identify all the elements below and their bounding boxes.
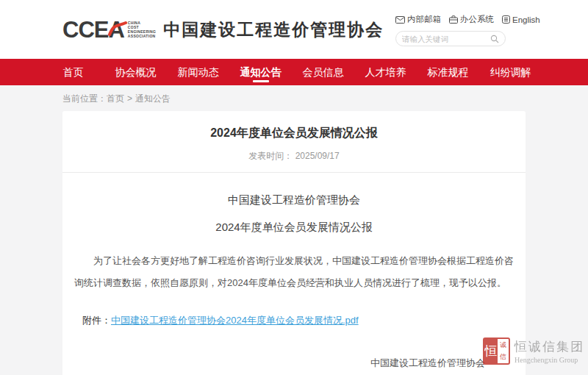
english-label: English (512, 15, 540, 24)
office-system-link[interactable]: 办公系统 (449, 14, 494, 25)
quick-links: 内部邮箱 办公系统 (395, 14, 507, 25)
site-header: CCEA CHINA COST ENGINEERING ASSOCIATION … (0, 0, 588, 59)
header-inner: CCEA CHINA COST ENGINEERING ASSOCIATION … (0, 0, 588, 59)
nav-item-home[interactable]: 首页 (42, 59, 104, 85)
hengchengxin-logo-icon: 恒 诚 信 (483, 338, 510, 365)
nav-item-news[interactable]: 新闻动态 (167, 59, 229, 85)
article-card: 2024年度单位会员发展情况公报 发表时间： 2025/09/17 中国建设工程… (62, 111, 526, 375)
active-tab-indicator (253, 80, 269, 82)
ccea-logo-subtext: CHINA COST ENGINEERING ASSOCIATION (128, 21, 156, 38)
document-org-title: 中国建设工程造价管理协会 (62, 193, 526, 207)
main-nav: 首页 协会概况 新闻动态 通知公告 会员信息 人才培养 标准规程 纠纷调解 (0, 59, 588, 85)
breadcrumb-current-link[interactable]: 通知公告 (135, 93, 171, 104)
watermark-logo-top-char: 诚 (498, 339, 509, 351)
mail-icon (395, 16, 405, 24)
signature-block: 中国建设工程造价管理协会 2025年9月17日 (62, 357, 526, 375)
article-publish-date: 发表时间： 2025/09/17 (62, 150, 526, 162)
english-link[interactable]: English (502, 15, 540, 24)
main-nav-inner: 首页 协会概况 新闻动态 通知公告 会员信息 人才培养 标准规程 纠纷调解 (42, 59, 588, 85)
breadcrumb-prefix: 当前位置： (62, 93, 107, 104)
page: CCEA CHINA COST ENGINEERING ASSOCIATION … (0, 0, 588, 375)
watermark-text: 恒诚信集团 Hengchengxin Group (514, 338, 584, 364)
nav-item-standards[interactable]: 标准规程 (417, 59, 479, 85)
site-title: 中国建设工程造价管理协会 (163, 18, 384, 41)
ccea-logo-mark: CCEA (62, 18, 124, 41)
nav-item-notices-label: 通知公告 (240, 66, 282, 78)
signature-organization: 中国建设工程造价管理协会 (370, 357, 485, 370)
nav-item-disputes[interactable]: 纠纷调解 (479, 59, 542, 85)
signature-inner: 中国建设工程造价管理协会 2025年9月17日 (370, 357, 485, 375)
logo-sub-line: ASSOCIATION (128, 34, 156, 38)
logo-swoosh-icon (108, 21, 127, 37)
attachment-row: 附件：中国建设工程造价管理协会2024年度单位会员发展情况.pdf (82, 314, 526, 327)
breadcrumb-separator: > (127, 93, 132, 104)
watermark-name-cn: 恒诚信集团 (514, 338, 584, 355)
nav-item-training[interactable]: 人才培养 (354, 59, 417, 85)
globe-icon (502, 15, 510, 24)
nav-item-notices[interactable]: 通知公告 (229, 59, 292, 85)
briefcase-icon (449, 15, 458, 24)
office-system-label: 办公系统 (460, 14, 494, 25)
hengchengxin-watermark: 恒 诚 信 恒诚信集团 Hengchengxin Group (483, 338, 584, 365)
nav-item-members[interactable]: 会员信息 (292, 59, 354, 85)
article-title: 2024年度单位会员发展情况公报 (62, 111, 526, 141)
watermark-logo-bottom-char: 信 (498, 351, 509, 364)
ccea-logo[interactable]: CCEA CHINA COST ENGINEERING ASSOCIATION (62, 18, 156, 41)
attachment-label: 附件： (82, 315, 111, 326)
search-input[interactable] (402, 35, 490, 43)
breadcrumb: 当前位置：首页>通知公告 (0, 85, 588, 111)
internal-mail-label: 内部邮箱 (407, 14, 441, 25)
search-icon[interactable] (490, 35, 499, 43)
watermark-logo-side-chars: 诚 信 (498, 339, 509, 363)
search-box (395, 31, 506, 46)
watermark-name-en: Hengchengxin Group (514, 356, 584, 364)
article-paragraph: 为了让社会各方更好地了解工程造价咨询行业发展状况，中国建设工程造价管理协会根据工… (74, 250, 514, 294)
title-divider (62, 172, 526, 173)
watermark-logo-main-char: 恒 (484, 339, 498, 363)
attachment-pdf-link[interactable]: 中国建设工程造价管理协会2024年度单位会员发展情况.pdf (111, 315, 359, 326)
nav-item-about[interactable]: 协会概况 (104, 59, 167, 85)
header-right: 内部邮箱 办公系统 (395, 14, 507, 46)
breadcrumb-home-link[interactable]: 首页 (107, 93, 124, 104)
internal-mail-link[interactable]: 内部邮箱 (395, 14, 441, 25)
document-subtitle: 2024年度单位会员发展情况公报 (62, 221, 526, 235)
